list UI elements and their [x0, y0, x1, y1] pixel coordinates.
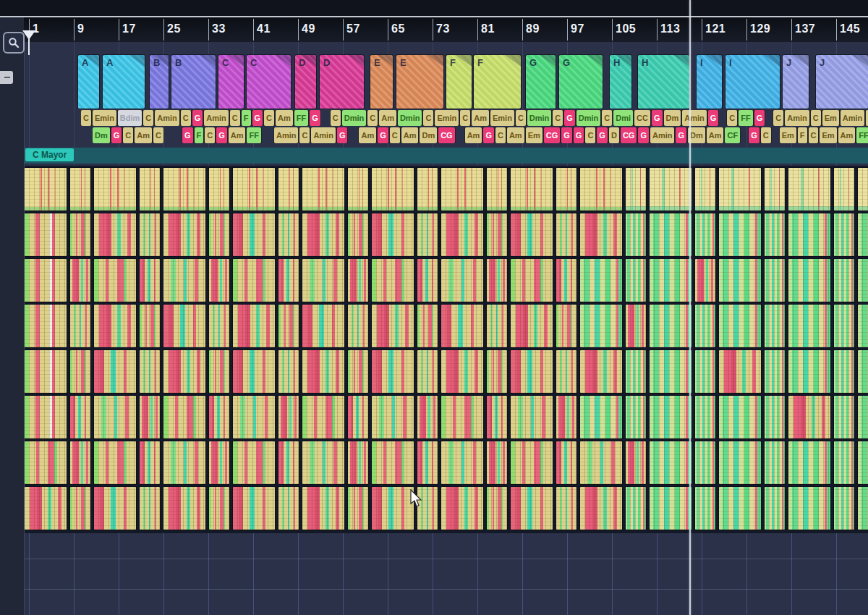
midi-clip[interactable] — [278, 305, 299, 347]
midi-clip[interactable] — [695, 350, 715, 393]
midi-clip[interactable] — [417, 441, 438, 484]
midi-clip[interactable] — [511, 259, 553, 302]
midi-clip[interactable] — [788, 305, 830, 347]
chord-event[interactable]: G — [597, 127, 608, 143]
arranger-section-B[interactable]: B — [150, 55, 169, 109]
midi-clip[interactable] — [209, 396, 229, 438]
midi-clip[interactable] — [348, 396, 368, 438]
arranger-section-A[interactable]: A — [103, 55, 145, 109]
midi-clip[interactable] — [348, 305, 368, 347]
midi-clip[interactable] — [140, 259, 160, 302]
midi-clip[interactable] — [511, 350, 553, 393]
midi-clip[interactable] — [302, 305, 344, 347]
midi-clip[interactable] — [163, 441, 205, 484]
midi-clip[interactable] — [302, 441, 344, 484]
midi-clip[interactable] — [278, 350, 299, 393]
chord-event[interactable]: Amin — [311, 127, 336, 143]
chord-event[interactable]: FF — [247, 127, 260, 143]
chord-event[interactable]: Amin — [274, 127, 299, 143]
midi-clip[interactable] — [719, 213, 761, 256]
midi-clip[interactable] — [487, 350, 507, 393]
chord-event[interactable]: CC — [634, 110, 650, 126]
midi-clip[interactable] — [302, 168, 344, 211]
chord-event[interactable]: G — [216, 127, 227, 143]
midi-clip[interactable] — [788, 168, 830, 211]
midi-clip[interactable] — [441, 487, 483, 530]
chord-event[interactable]: G — [483, 127, 494, 143]
midi-clip[interactable] — [70, 350, 90, 393]
midi-clip[interactable] — [302, 259, 344, 302]
chord-event[interactable]: C — [230, 110, 240, 126]
midi-clip[interactable] — [348, 487, 368, 530]
midi-clip[interactable] — [765, 396, 785, 438]
chord-event[interactable]: F — [195, 127, 204, 143]
midi-clip[interactable] — [511, 168, 553, 211]
chord-event[interactable]: G — [564, 110, 575, 126]
midi-clip[interactable] — [511, 487, 553, 530]
midi-clip[interactable] — [278, 213, 299, 256]
arranger-section-H[interactable]: H — [638, 55, 689, 109]
midi-clip[interactable] — [140, 305, 160, 347]
midi-clip[interactable] — [441, 213, 483, 256]
midi-clip[interactable] — [94, 168, 136, 211]
midi-clip[interactable] — [70, 396, 90, 438]
midi-clip[interactable] — [511, 396, 553, 438]
midi-clip[interactable] — [765, 350, 785, 393]
midi-clip[interactable] — [372, 487, 414, 530]
midi-clip[interactable] — [556, 305, 576, 347]
chord-event[interactable]: G — [638, 127, 649, 143]
midi-clip[interactable] — [70, 259, 90, 302]
midi-clip[interactable] — [695, 305, 715, 347]
midi-clip[interactable] — [417, 168, 438, 211]
midi-clip[interactable] — [580, 441, 622, 484]
midi-clip[interactable] — [719, 487, 761, 530]
chord-event[interactable]: C — [602, 110, 612, 126]
midi-clip[interactable] — [94, 213, 136, 256]
midi-clip[interactable] — [278, 259, 299, 302]
chord-event[interactable]: C — [264, 110, 274, 126]
midi-clip[interactable] — [209, 441, 229, 484]
midi-clip[interactable] — [302, 396, 344, 438]
midi-clip[interactable] — [487, 168, 507, 211]
midi-clip[interactable] — [858, 487, 868, 530]
chord-event[interactable]: FF — [856, 127, 868, 143]
chord-event[interactable]: G — [182, 127, 193, 143]
midi-clip[interactable] — [209, 350, 229, 393]
midi-clip[interactable] — [580, 487, 622, 530]
chord-event[interactable]: C — [367, 110, 378, 126]
midi-clip[interactable] — [626, 168, 646, 211]
chord-event[interactable]: Dmin — [576, 110, 601, 126]
chord-event[interactable]: C — [143, 110, 153, 126]
chord-event[interactable]: Dm — [420, 127, 437, 143]
midi-clip[interactable] — [302, 487, 344, 530]
midi-clip[interactable] — [70, 441, 90, 484]
midi-clip[interactable] — [441, 259, 483, 302]
midi-clip[interactable] — [233, 487, 275, 530]
chord-event[interactable]: G — [676, 127, 686, 143]
midi-clip[interactable] — [417, 350, 438, 393]
midi-clip[interactable] — [765, 305, 785, 347]
chord-event[interactable]: FF — [294, 110, 308, 126]
chord-event[interactable]: Emin — [435, 110, 459, 126]
chord-event[interactable]: Amin — [155, 110, 179, 126]
arranger-section-I[interactable]: I — [697, 55, 722, 109]
midi-clip[interactable] — [858, 441, 868, 484]
midi-clip[interactable] — [209, 213, 229, 256]
chord-event[interactable]: Amin — [785, 110, 809, 126]
midi-clip[interactable] — [650, 487, 692, 530]
midi-clip[interactable] — [556, 487, 576, 530]
chord-event[interactable]: G — [574, 127, 584, 143]
midi-clip[interactable] — [556, 441, 576, 484]
chord-event[interactable]: Am — [229, 127, 246, 143]
chord-event[interactable]: CG — [621, 127, 637, 143]
midi-clip[interactable] — [140, 396, 160, 438]
chord-event[interactable]: Amin — [841, 110, 865, 126]
arranger-section-J[interactable]: J — [816, 55, 868, 109]
chord-event[interactable]: C — [390, 127, 400, 143]
midi-clip[interactable] — [94, 350, 136, 393]
midi-clip[interactable] — [94, 305, 136, 347]
midi-clip[interactable] — [94, 441, 136, 484]
midi-clip[interactable] — [626, 213, 646, 256]
project-cursor[interactable] — [689, 0, 691, 615]
chord-event[interactable]: Am — [135, 127, 152, 143]
